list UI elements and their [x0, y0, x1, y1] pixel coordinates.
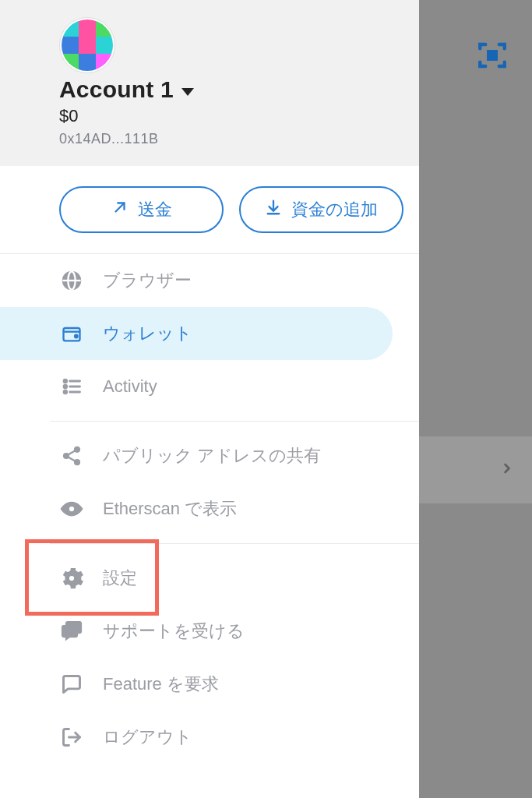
menu-item-label: ウォレット	[103, 322, 192, 345]
account-balance: $0	[59, 106, 402, 126]
svg-line-0	[115, 203, 124, 212]
drawer-backdrop[interactable]	[419, 0, 532, 798]
chevron-right-icon	[499, 457, 515, 483]
wallet-icon	[59, 321, 84, 346]
menu-item-logout[interactable]: ログアウト	[0, 711, 393, 764]
svg-point-18	[69, 506, 75, 512]
logout-icon	[59, 725, 84, 750]
account-address[interactable]: 0x14AD...111B	[59, 131, 402, 147]
menu-item-label: Etherscan で表示	[103, 497, 237, 521]
svg-point-19	[69, 575, 75, 581]
menu-item-browser[interactable]: ブラウザー	[0, 254, 393, 307]
menu-item-wallet[interactable]: ウォレット	[0, 307, 393, 360]
menu-item-label: 設定	[103, 567, 137, 590]
account-switcher[interactable]: Account 1	[59, 76, 402, 103]
svg-line-17	[69, 457, 75, 461]
list-icon	[59, 374, 84, 399]
menu-divider	[50, 543, 419, 544]
navigation-drawer: Account 1 $0 0x14AD...111B 送金 資金の追加 ブラウザ…	[0, 0, 419, 798]
send-arrow-icon	[111, 199, 129, 221]
menu-item-share-address[interactable]: パブリック アドレスの共有	[0, 429, 393, 482]
send-button-label: 送金	[138, 198, 172, 221]
action-buttons-row: 送金 資金の追加	[0, 166, 419, 254]
share-icon	[59, 443, 84, 468]
menu-item-label: ブラウザー	[103, 269, 192, 292]
menu-item-settings[interactable]: 設定	[0, 552, 393, 605]
gear-icon	[59, 566, 84, 591]
menu-section-share: パブリック アドレスの共有 Etherscan で表示	[0, 429, 419, 535]
menu-item-label: ログアウト	[103, 726, 192, 749]
background-list-row[interactable]	[419, 436, 532, 503]
menu-item-label: サポートを受ける	[103, 620, 245, 643]
menu-item-label: Activity	[103, 376, 157, 397]
scan-qr-icon[interactable]	[476, 39, 509, 75]
menu-section-main: ブラウザー ウォレット Activity	[0, 254, 419, 413]
menu-item-support[interactable]: サポートを受ける	[0, 605, 393, 658]
svg-line-16	[69, 451, 75, 455]
svg-rect-21	[487, 50, 498, 61]
menu-item-label: パブリック アドレスの共有	[103, 444, 321, 468]
svg-point-11	[64, 390, 67, 394]
account-header: Account 1 $0 0x14AD...111B	[0, 0, 419, 166]
download-icon	[265, 199, 282, 221]
globe-icon	[59, 268, 84, 293]
add-funds-button-label: 資金の追加	[291, 198, 378, 221]
chat-icon	[59, 619, 84, 644]
menu-item-etherscan[interactable]: Etherscan で表示	[0, 482, 393, 535]
add-funds-button[interactable]: 資金の追加	[239, 186, 403, 233]
svg-point-7	[64, 380, 67, 383]
menu-section-settings: 設定 サポートを受ける Feature を要求 ログアウト	[0, 552, 419, 764]
menu-item-feature-request[interactable]: Feature を要求	[0, 658, 393, 711]
menu-item-activity[interactable]: Activity	[0, 360, 393, 413]
svg-point-9	[64, 385, 67, 388]
svg-point-14	[64, 454, 69, 459]
svg-point-13	[75, 447, 80, 452]
svg-point-6	[75, 335, 78, 338]
eye-icon	[59, 496, 84, 521]
account-name-label: Account 1	[59, 76, 174, 103]
account-avatar[interactable]	[59, 17, 115, 73]
identicon-icon	[62, 19, 113, 71]
svg-point-15	[75, 460, 80, 465]
message-icon	[59, 672, 84, 697]
send-button[interactable]: 送金	[59, 186, 224, 233]
caret-down-icon	[181, 88, 194, 96]
menu-divider	[50, 421, 419, 422]
menu-item-label: Feature を要求	[103, 673, 219, 696]
